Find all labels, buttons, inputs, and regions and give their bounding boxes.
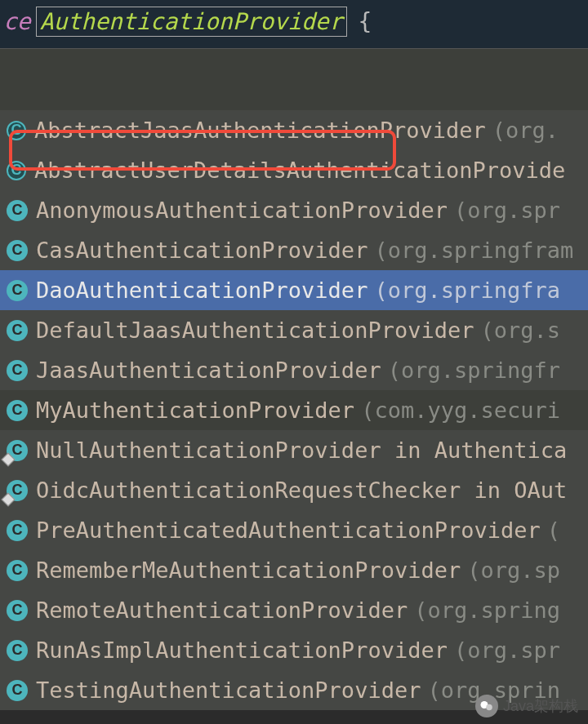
svg-point-1 [486,704,492,711]
completion-class-name: RunAsImplAuthenticationProvider [36,637,448,663]
completion-package: (org. [492,118,559,143]
completion-class-name: AbstractJaasAuthenticationProvider [34,118,486,143]
class-icon-wrapper: C [7,360,36,381]
class-icon: C [7,121,26,140]
completion-item[interactable]: CPreAuthenticatedAuthenticationProvider( [0,510,588,550]
class-icon: C [7,320,28,341]
completion-item[interactable]: CAbstractJaasAuthenticationProvider(org. [0,110,588,150]
class-icon-wrapper: C [7,600,36,621]
class-icon-wrapper: C [7,161,34,180]
completion-package: (org.springfram [374,238,573,263]
completion-package: (org.spring [414,597,560,623]
completion-header-gap [0,48,588,110]
class-icon: C [7,360,28,381]
class-icon: C [7,680,28,701]
completion-item[interactable]: CRememberMeAuthenticationProvider(org.sp [0,550,588,590]
completion-item[interactable]: CCasAuthenticationProvider(org.springfra… [0,230,588,270]
class-icon: C [7,600,28,621]
class-icon: C [7,200,28,221]
completion-class-name: DaoAuthenticationProvider [36,278,368,303]
completion-package: (org.s [480,318,560,343]
class-icon: C [7,161,26,180]
class-icon: C [7,560,28,581]
completion-item[interactable]: CRemoteAuthenticationProvider(org.spring [0,590,588,630]
completion-class-name: AbstractUserDetailsAuthenticationProvide [34,158,565,183]
class-icon-wrapper: C [7,240,36,261]
completion-class-name: PreAuthenticatedAuthenticationProvider [36,517,541,543]
completion-class-name: RememberMeAuthenticationProvider [36,557,461,583]
watermark-text: Java架构栈 [503,696,578,716]
class-icon-wrapper: C [7,200,36,221]
completion-class-name: CasAuthenticationProvider [36,238,368,263]
completion-class-name: DefaultJaasAuthenticationProvider [36,318,474,343]
completion-item[interactable]: CAbstractUserDetailsAuthenticationProvid… [0,150,588,190]
class-icon-wrapper: C [7,560,36,581]
class-icon-wrapper: C [7,520,36,541]
class-icon: C [7,520,28,541]
completion-item[interactable]: CMyAuthenticationProvider(com.yyg.securi [0,390,588,430]
completion-class-name: TestingAuthenticationProvider [36,677,421,703]
class-icon-wrapper: C [7,440,36,461]
completion-package: (org.springfra [374,278,560,303]
code-line: ce AuthenticationProvider { [0,0,588,48]
completion-package: (org.spr [454,637,560,663]
completion-item[interactable]: COidcAuthenticationRequestChecker in OAu… [0,470,588,510]
completion-class-name: NullAuthenticationProvider in Authentica [36,438,567,463]
watermark: Java架构栈 [475,695,578,717]
completion-class-name: RemoteAuthenticationProvider [36,597,408,623]
class-icon-wrapper: C [7,320,36,341]
class-icon-wrapper: C [7,121,34,140]
completion-package: (com.yyg.securi [361,398,560,423]
completion-item[interactable]: CJaasAuthenticationProvider(org.springfr [0,350,588,390]
brace-token: { [359,8,372,35]
completion-list[interactable]: CAbstractJaasAuthenticationProvider(org.… [0,110,588,710]
completion-item[interactable]: CRunAsImplAuthenticationProvider(org.spr [0,630,588,670]
completion-class-name: MyAuthenticationProvider [36,398,354,423]
class-icon: C [7,400,28,421]
completion-package: ( [547,517,560,543]
class-icon-wrapper: C [7,280,36,301]
class-icon-wrapper: C [7,400,36,421]
completion-item[interactable]: CDefaultJaasAuthenticationProvider(org.s [0,310,588,350]
keyword-fragment: ce [3,8,31,35]
completion-package: (org.sp [467,557,560,583]
completion-package: (org.springfr [388,358,560,383]
completion-item[interactable]: CNullAuthenticationProvider in Authentic… [0,430,588,470]
class-icon-wrapper: C [7,680,36,701]
class-icon-wrapper: C [7,480,36,501]
completion-class-name: JaasAuthenticationProvider [36,358,381,383]
class-name-token[interactable]: AuthenticationProvider [36,7,347,37]
completion-item[interactable]: CAnonymousAuthenticationProvider(org.spr [0,190,588,230]
completion-class-name: OidcAuthenticationRequestChecker in OAut [36,477,567,503]
class-icon: C [7,240,28,261]
completion-package: (org.spr [454,198,560,223]
completion-item[interactable]: CDaoAuthenticationProvider(org.springfra [0,270,588,310]
completion-class-name: AnonymousAuthenticationProvider [36,198,448,223]
wechat-icon [475,695,498,717]
class-icon: C [7,280,28,301]
class-icon: C [7,640,28,661]
class-icon-wrapper: C [7,640,36,661]
